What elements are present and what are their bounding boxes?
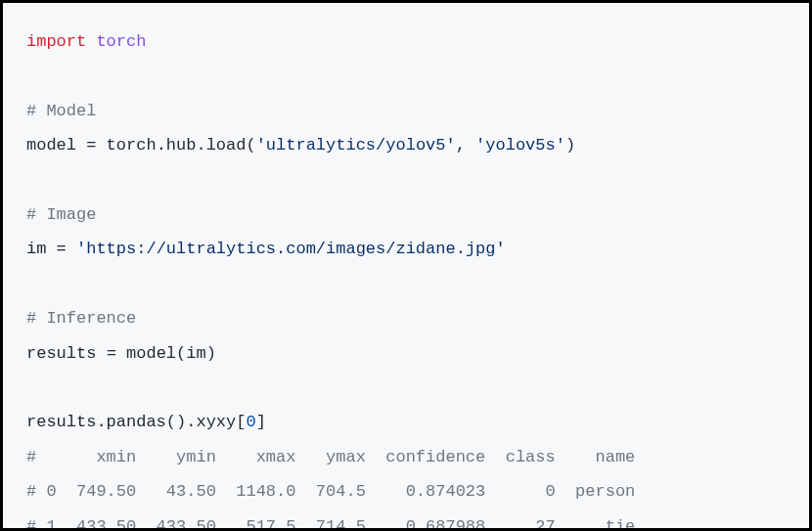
bracket-close: ] (256, 413, 266, 431)
paren-close: ) (565, 136, 575, 155)
index-zero: 0 (246, 413, 255, 431)
op-assign: = (57, 240, 67, 258)
var-model: model (26, 136, 86, 155)
comment-inference: # Inference (26, 309, 136, 328)
module-torch: torch (96, 32, 146, 51)
call-model: model(im) (116, 344, 216, 363)
comment-model: # Model (26, 102, 96, 120)
code-content: import torch # Model model = torch.hub.l… (26, 24, 786, 531)
call-xyxy: results.pandas().xyxy[ (26, 413, 246, 431)
code-block: import torch # Model model = torch.hub.l… (0, 0, 812, 531)
output-header: # xmin ymin xmax ymax confidence class n… (26, 448, 635, 466)
string-url: 'https://ultralytics.com/images/zidane.j… (76, 240, 506, 258)
var-im: im (26, 240, 57, 258)
op-assign: = (107, 344, 116, 363)
keyword-import: import (26, 32, 86, 51)
output-row-0: # 0 749.50 43.50 1148.0 704.5 0.874023 0… (26, 482, 635, 501)
comma: , (456, 136, 475, 155)
call-load: torch.hub.load( (96, 136, 255, 155)
var-results: results (26, 344, 107, 363)
output-row-1: # 1 433.50 433.50 517.5 714.5 0.687988 2… (26, 517, 635, 531)
op-assign: = (86, 136, 96, 155)
space (67, 240, 76, 258)
comment-image: # Image (26, 205, 96, 224)
string-repo: 'ultralytics/yolov5' (256, 136, 456, 155)
string-weights: 'yolov5s' (475, 136, 565, 155)
